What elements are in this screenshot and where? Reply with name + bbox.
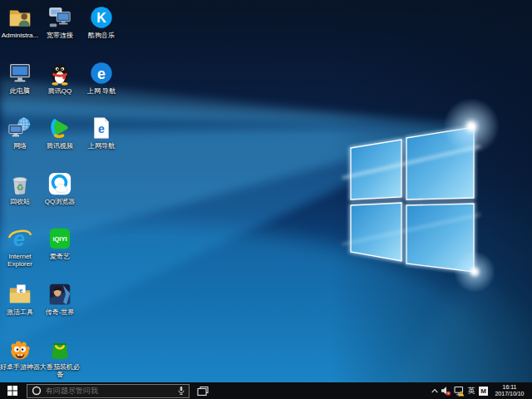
svg-text:K: K [96, 11, 106, 25]
qq-browser-icon [47, 171, 72, 196]
tray-hidden-icons-button[interactable] [429, 382, 440, 399]
start-button[interactable] [0, 382, 24, 399]
clock-time: 16:11 [490, 384, 530, 391]
tray-ime-language[interactable]: 英 [466, 382, 477, 399]
kugou-music-icon: K [89, 5, 114, 30]
activation-tool-icon: e [7, 282, 32, 307]
chevron-up-icon [431, 387, 439, 394]
desktop-icon-tencent-video[interactable]: 腾讯视频 [38, 116, 81, 150]
recycle-bin-icon: ♻ [7, 171, 32, 196]
haozhuo-game-helper-icon [7, 337, 32, 362]
tencent-qq-icon [47, 61, 72, 86]
task-view-icon [197, 386, 209, 397]
desktop-icon-qq[interactable]: 腾讯QQ [38, 61, 81, 95]
icon-label: 上网导航 [88, 142, 115, 150]
desktop-screen: Administra... 宽带连接 K 酷狗音乐 此电脑 [0, 0, 532, 399]
svg-text:e: e [97, 66, 106, 82]
user-folder-icon [7, 5, 32, 30]
tray-clock[interactable]: 16:11 2017/10/10 [490, 384, 532, 397]
taskbar-search[interactable] [27, 384, 190, 398]
microphone-icon[interactable] [177, 385, 185, 397]
tray-network-button[interactable] [452, 382, 466, 399]
windows-logo-icon [7, 386, 17, 396]
ime-language-label: 英 [468, 386, 475, 397]
icon-label: 传奇-世界 [46, 308, 75, 316]
desktop-icon-legend-world[interactable]: 传奇-世界 [38, 282, 81, 316]
desktop-icon-activation-tool[interactable]: e 激活工具 [0, 282, 42, 316]
this-pc-icon [7, 61, 32, 86]
tencent-video-icon [47, 116, 72, 140]
icon-label: 腾讯QQ [48, 87, 71, 95]
icon-label: 上网 导航 [87, 87, 116, 95]
desktop-icon-recycle-bin[interactable]: ♻ 回收站 [0, 171, 42, 205]
datomato-essentials-icon [47, 337, 72, 362]
icon-label: 此电脑 [10, 87, 30, 95]
desktop-icon-nav-doc[interactable]: e 上网导航 [80, 116, 123, 150]
tray-volume-button[interactable] [440, 382, 452, 399]
desktop-icon-kugou[interactable]: K 酷狗音乐 [80, 5, 123, 39]
icon-label: 宽带连接 [47, 32, 73, 39]
broadband-connection-icon [47, 5, 72, 30]
desktop-icon-internet-explorer[interactable]: e Internet Explorer [0, 226, 42, 268]
legend-world-game-icon [47, 282, 72, 307]
desktop-icon-broadband[interactable]: 宽带连接 [38, 5, 81, 39]
icon-label: 爱奇艺 [50, 253, 70, 260]
icon-label: 回收站 [10, 198, 30, 205]
desktop-icon-nav-circle[interactable]: e 上网 导航 [80, 61, 123, 95]
svg-text:iQIYI: iQIYI [52, 235, 66, 243]
icon-label: 激活工具 [7, 308, 33, 316]
ime-mode-badge: M [479, 387, 488, 396]
desktop-icon-administrator[interactable]: Administra... [0, 5, 42, 39]
desktop-icon-this-pc[interactable]: 此电脑 [0, 61, 42, 95]
icon-label: 好卓手游神器 [0, 363, 40, 371]
desktop-icon-qq-browser[interactable]: QQ浏览器 [38, 171, 81, 205]
svg-text:e: e [98, 122, 105, 135]
network-places-icon [7, 116, 32, 140]
icon-label: QQ浏览器 [45, 198, 75, 205]
clock-date: 2017/10/10 [490, 391, 530, 397]
speaker-muted-icon [441, 386, 451, 397]
icon-label: Administra... [2, 32, 38, 39]
desktop-icon-network[interactable]: 网络 [0, 116, 42, 150]
search-input[interactable] [44, 387, 177, 395]
svg-text:♻: ♻ [16, 183, 23, 192]
icon-label: 酷狗音乐 [88, 32, 115, 39]
desktop-icon-haozhuo[interactable]: 好卓手游神器 [0, 337, 42, 371]
icon-label: 网络 [13, 142, 27, 150]
web-navigation-circle-icon: e [89, 61, 114, 86]
task-view-button[interactable] [192, 382, 214, 399]
internet-explorer-icon: e [7, 226, 32, 251]
desktop-icon-iqiyi[interactable]: iQIYI 爱奇艺 [38, 226, 81, 260]
icon-label: 腾讯视频 [47, 142, 73, 150]
tray-ime-mode-button[interactable]: M [477, 382, 490, 399]
network-warning-icon [453, 386, 465, 397]
taskbar: 英 M 16:11 2017/10/10 [0, 382, 532, 399]
cortana-icon [32, 386, 42, 396]
icon-label: 大番茄装机必备 [38, 363, 81, 378]
icon-label: Internet Explorer [0, 253, 42, 268]
system-tray: 英 M 16:11 2017/10/10 [429, 382, 532, 399]
iqiyi-icon: iQIYI [47, 226, 72, 251]
web-navigation-doc-icon: e [89, 116, 114, 140]
desktop-icon-datomato[interactable]: 大番茄装机必备 [38, 337, 81, 378]
